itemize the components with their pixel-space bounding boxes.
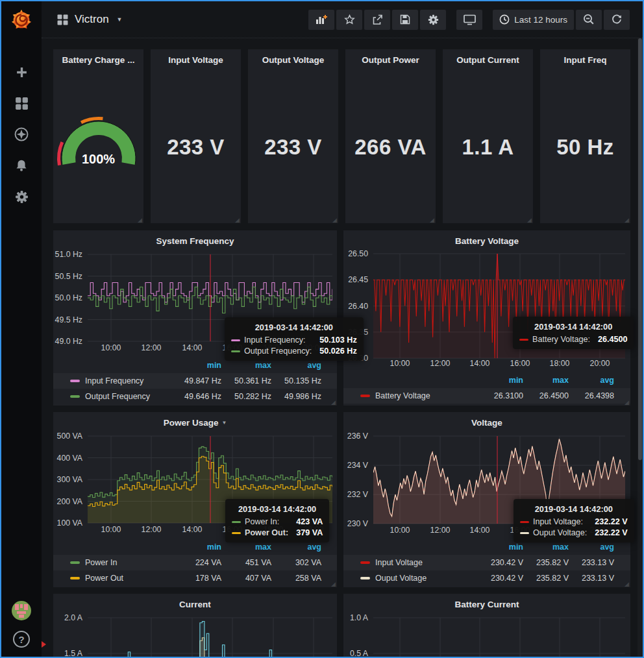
resize-handle[interactable]: ◢ (331, 581, 336, 587)
refresh-button[interactable] (604, 10, 630, 30)
chart-legend: minmaxavgPower In224 VA451 VA302 VAPower… (53, 539, 337, 586)
zoom-out-button[interactable] (576, 10, 602, 30)
resize-handle[interactable]: ◢ (625, 581, 629, 587)
legend-series-label[interactable]: Output Frequency (85, 392, 171, 401)
legend-col-max[interactable]: max (523, 376, 569, 385)
legend-row[interactable]: Ouput Voltage230.42 V235.82 V233.13 V (343, 570, 630, 586)
legend-series-label[interactable]: Input Frequency (85, 376, 171, 385)
share-button[interactable] (364, 10, 390, 30)
tooltip-series-value: 423 VA (288, 517, 323, 526)
legend-col-max[interactable]: max (221, 361, 271, 370)
legend-col-avg[interactable]: avg (569, 542, 614, 552)
panel-title[interactable]: Output Voltage (248, 49, 338, 67)
add-panel-button[interactable] (308, 10, 334, 30)
legend-row[interactable]: Input Frequency49.847 Hz50.361 Hz50.135 … (53, 373, 337, 389)
dashboards-icon[interactable] (14, 96, 29, 110)
svg-text:200 VA: 200 VA (57, 497, 83, 506)
svg-text:12:00: 12:00 (142, 343, 162, 352)
dashboard-title: Victron (75, 13, 109, 26)
resize-handle[interactable]: ◢ (331, 399, 336, 406)
dashboard-breadcrumb[interactable]: Victron ▼ (57, 13, 123, 26)
tooltip-series-row: Battery Voltage:26.4500 (519, 335, 627, 344)
series-color-icon (360, 395, 370, 397)
legend-series-label[interactable]: Power In (85, 558, 171, 567)
svg-text:20:00: 20:00 (590, 359, 610, 368)
legend-col-min[interactable]: min (171, 361, 221, 370)
stat-value: 1.1 A (443, 135, 533, 160)
legend-value: 407 VA (221, 574, 271, 583)
series-color-icon (360, 577, 370, 579)
tooltip-series-row: Output Frequency:50.026 Hz (231, 347, 357, 356)
help-icon[interactable]: ? (13, 631, 30, 648)
legend-col-max[interactable]: max (221, 542, 271, 552)
legend-value: 178 VA (171, 574, 221, 583)
tooltip-series-label: Input Frequency: (244, 335, 306, 345)
tooltip-timestamp: 2019-03-14 14:42:00 (519, 322, 627, 332)
panel-title[interactable]: Input Freq (540, 49, 630, 67)
user-avatar[interactable] (12, 601, 31, 620)
tooltip-series-value: 232.22 V (587, 517, 627, 526)
current-chart[interactable]: 2.0 A1.5 A (53, 594, 337, 657)
svg-text:232 V: 232 V (347, 490, 369, 499)
legend-series-label[interactable]: Input Voltage (375, 558, 478, 567)
svg-text:49.0 Hz: 49.0 Hz (55, 337, 82, 346)
settings-button[interactable] (420, 10, 446, 30)
graph-tooltip: 2019-03-14 14:42:00Battery Voltage:26.45… (513, 317, 634, 349)
legend-col-avg[interactable]: avg (569, 376, 614, 385)
svg-text:14:00: 14:00 (182, 525, 203, 534)
legend-col-min[interactable]: min (171, 542, 221, 552)
legend-row[interactable]: Power In224 VA451 VA302 VA (53, 555, 337, 570)
tooltip-series-label: Ouput Voltage: (533, 528, 587, 537)
legend-value: 451 VA (221, 558, 271, 567)
battery-current-chart[interactable]: 1.0 A0.5 A (343, 594, 630, 657)
svg-text:10:00: 10:00 (101, 525, 121, 534)
resize-handle[interactable]: ◢ (625, 399, 629, 406)
time-range-button[interactable]: Last 12 hours (493, 10, 574, 30)
scrollbar-thumb[interactable] (638, 38, 642, 460)
save-button[interactable] (392, 10, 418, 30)
legend-col-max[interactable]: max (523, 542, 569, 552)
legend-col-min[interactable]: min (478, 542, 523, 552)
panel-title[interactable]: Output Power (345, 49, 436, 67)
legend-series-label[interactable]: Battery Voltage (375, 391, 478, 400)
svg-text:10:00: 10:00 (101, 343, 121, 352)
scrollbar[interactable] (638, 38, 643, 657)
legend-row[interactable]: Input Voltage230.42 V235.82 V233.13 V (343, 555, 630, 570)
tooltip-timestamp: 2019-03-14 14:42:00 (520, 504, 628, 514)
resize-handle[interactable]: ◢ (527, 217, 532, 223)
legend-row[interactable]: Output Frequency49.646 Hz50.282 Hz49.986… (53, 389, 337, 404)
legend-row[interactable]: Power Out178 VA407 VA258 VA (53, 570, 337, 586)
create-icon[interactable] (14, 65, 29, 79)
legend-col-avg[interactable]: avg (271, 361, 321, 370)
tooltip-timestamp: 2019-03-14 14:42:00 (231, 323, 357, 332)
legend-value: 26.4500 (523, 391, 569, 400)
explore-icon[interactable] (14, 127, 29, 141)
legend-series-label[interactable]: Ouput Voltage (375, 574, 478, 583)
stat-value: 233 V (151, 135, 241, 160)
legend-col-avg[interactable]: avg (271, 542, 321, 552)
star-button[interactable] (336, 10, 362, 30)
grafana-logo[interactable] (1, 1, 42, 38)
legend-series-label[interactable]: Power Out (85, 574, 171, 583)
legend-col-min[interactable]: min (478, 376, 523, 385)
tooltip-series-row: Input Voltage:232.22 V (520, 517, 628, 526)
legend-row[interactable]: Battery Voltage26.310026.450026.4398 (343, 388, 630, 404)
alerting-bell-icon[interactable] (14, 158, 29, 173)
series-color-icon (231, 339, 240, 341)
resize-handle[interactable]: ◢ (138, 217, 142, 223)
resize-handle[interactable]: ◢ (235, 217, 240, 223)
legend-value: 49.646 Hz (171, 392, 221, 401)
time-range-label: Last 12 hours (514, 15, 567, 25)
svg-text:26.45: 26.45 (348, 275, 368, 284)
panel-title[interactable]: Input Voltage (151, 49, 241, 67)
configuration-gear-icon[interactable] (14, 189, 29, 204)
chart-legend: minmaxavgBattery Voltage26.310026.450026… (343, 372, 630, 404)
panel-title[interactable]: Output Current (443, 49, 533, 67)
navbar-actions: Last 12 hours (306, 10, 630, 30)
resize-handle[interactable]: ◢ (430, 217, 434, 223)
resize-handle[interactable]: ◢ (332, 217, 337, 223)
resize-handle[interactable]: ◢ (625, 217, 629, 223)
tv-mode-button[interactable] (456, 10, 482, 30)
graph-tooltip: 2019-03-14 14:42:00Input Frequency:50.10… (225, 317, 364, 361)
svg-text:230 V: 230 V (347, 519, 369, 528)
